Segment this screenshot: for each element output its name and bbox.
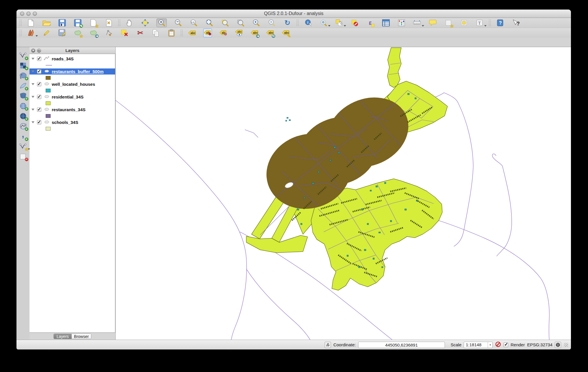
toolbar-grip[interactable] — [489, 19, 491, 26]
expand-triangle-icon[interactable] — [32, 58, 34, 60]
add-feature-button[interactable]: ★ — [73, 29, 82, 37]
add-spatialite-layer-button[interactable]: + — [19, 81, 27, 90]
scale-combo[interactable]: 1:18148 ▾ — [464, 342, 493, 348]
measure-button[interactable] — [413, 18, 421, 27]
new-composer-button[interactable]: ★ — [89, 18, 98, 27]
add-postgis-layer-button[interactable]: + — [19, 71, 27, 80]
paste-features-button[interactable] — [167, 29, 176, 37]
field-calculator-button[interactable] — [397, 18, 406, 27]
toolbar-grip[interactable] — [118, 19, 121, 26]
expand-triangle-icon[interactable] — [32, 70, 34, 72]
label-properties-button[interactable]: abc✎ — [281, 29, 290, 37]
toolbar-grip[interactable] — [19, 19, 22, 26]
zoom-actual-button[interactable]: 1:1 — [189, 18, 198, 27]
layer-label[interactable]: roads_34S — [52, 56, 74, 61]
pan-map-button[interactable] — [125, 18, 134, 27]
zoom-full-button[interactable] — [205, 18, 214, 27]
tab-browser[interactable]: Browser — [72, 334, 91, 339]
stop-render-icon[interactable] — [495, 341, 501, 348]
zoom-in-button[interactable]: + — [156, 18, 167, 27]
layer-checkbox[interactable] — [37, 95, 41, 99]
select-by-radius-button[interactable] — [319, 18, 328, 27]
layer-checkbox[interactable] — [37, 107, 41, 112]
layer-label[interactable]: restaurants_buffer_500m — [52, 69, 103, 74]
tab-layers[interactable]: Layers — [54, 334, 72, 339]
label-visibility-button[interactable]: abc — [234, 29, 243, 37]
layer-checkbox[interactable] — [37, 57, 41, 61]
composer-manager-button[interactable] — [105, 18, 113, 27]
cut-features-button[interactable]: ✂ — [136, 29, 145, 37]
whats-this-button[interactable]: ? — [511, 18, 520, 27]
add-wcs-layer-button[interactable]: + — [19, 112, 27, 120]
panel-float-button[interactable]: ❐ — [37, 49, 41, 53]
zoom-to-layer-button[interactable] — [236, 18, 245, 27]
expand-triangle-icon[interactable] — [32, 121, 34, 123]
layer-label[interactable]: schools_34S — [52, 120, 78, 125]
pan-to-selection-button[interactable] — [141, 18, 149, 27]
text-annotation-button[interactable]: T — [475, 18, 484, 27]
identify-button[interactable]: i — [304, 18, 312, 27]
layers-panel-header[interactable]: ✕ ❐ Layers — [29, 47, 115, 54]
layer-row-roads[interactable]: roads_34S — [29, 56, 115, 62]
node-tool-button[interactable] — [105, 29, 113, 37]
zoom-out-button[interactable]: − — [174, 18, 182, 27]
map-tips-button[interactable] — [428, 18, 437, 27]
open-project-button[interactable] — [42, 18, 51, 27]
move-feature-button[interactable]: ➜ — [89, 29, 98, 37]
zoom-next-button[interactable] — [267, 18, 276, 27]
coordinate-capture-icon[interactable] — [325, 342, 331, 348]
expand-triangle-icon[interactable] — [32, 83, 34, 85]
label-pin-button[interactable]: ab — [203, 29, 212, 37]
layer-label[interactable]: residential_34S — [52, 94, 84, 99]
add-mssql-layer-button[interactable]: + — [19, 92, 27, 100]
layer-row-restaurants[interactable]: restaurants_34S — [29, 107, 115, 113]
select-features-button[interactable] — [335, 18, 343, 27]
zoom-to-selection-button[interactable] — [221, 18, 229, 27]
layer-checkbox[interactable] — [37, 82, 41, 86]
select-by-expression-button[interactable]: ε — [366, 18, 375, 27]
save-project-button[interactable] — [58, 18, 66, 27]
current-edits-button[interactable] — [27, 29, 35, 37]
save-edits-button[interactable] — [58, 29, 66, 37]
new-vector-layer-button[interactable]: + — [19, 51, 27, 59]
scale-dropdown-button[interactable]: ▾ — [488, 342, 492, 348]
remove-layer-button[interactable]: − — [19, 152, 27, 161]
minimize-window-button[interactable] — [26, 12, 31, 16]
toggle-editing-button[interactable] — [42, 29, 51, 37]
add-delimited-text-layer-button[interactable]: ,+ — [19, 132, 27, 140]
add-raster-layer-button[interactable]: + — [19, 61, 27, 70]
new-shapefile-layer-button[interactable]: ★ — [19, 142, 27, 150]
crs-status-button[interactable] — [555, 342, 561, 348]
close-window-button[interactable] — [20, 12, 24, 16]
label-pin-2-button[interactable]: ab — [219, 29, 228, 37]
toolbar-grip[interactable] — [180, 29, 183, 36]
zoom-last-button[interactable] — [252, 18, 260, 27]
map-canvas[interactable] — [115, 47, 571, 340]
layer-checkbox[interactable] — [37, 69, 41, 74]
layer-label[interactable]: well_located_houses — [52, 82, 95, 87]
layer-row-schools[interactable]: schools_34S — [29, 119, 115, 125]
copy-features-button[interactable] — [151, 29, 160, 37]
help-button[interactable]: ? — [496, 18, 504, 27]
render-checkbox[interactable] — [504, 343, 508, 347]
new-bookmark-button[interactable]: ★ — [444, 18, 453, 27]
attribute-table-button[interactable] — [382, 18, 390, 27]
panel-close-button[interactable]: ✕ — [31, 49, 35, 53]
zoom-window-button[interactable] — [33, 12, 37, 16]
label-move-button[interactable]: abc➜ — [250, 29, 259, 37]
expand-triangle-icon[interactable] — [32, 96, 34, 98]
add-wms-layer-button[interactable]: + — [19, 102, 27, 110]
label-rotate-button[interactable]: abc↻ — [266, 29, 274, 37]
traffic-lights[interactable] — [20, 12, 37, 16]
title-bar[interactable]: QGIS 2.0.1-Dufour - analysis — [16, 10, 571, 18]
coordinate-input[interactable]: 445050,6236891 — [358, 342, 445, 348]
toolbar-grip[interactable] — [296, 19, 299, 26]
toolbar-grip[interactable] — [19, 29, 22, 36]
layer-label[interactable]: restaurants_34S — [52, 107, 86, 112]
layer-row-residential[interactable]: residential_34S — [29, 94, 115, 100]
labeling-button[interactable]: abc — [188, 29, 196, 37]
layer-row-restaurants-buffer[interactable]: restaurants_buffer_500m — [29, 68, 115, 75]
deselect-all-button[interactable] — [350, 18, 359, 27]
new-project-button[interactable] — [27, 18, 35, 27]
show-bookmarks-button[interactable] — [460, 18, 468, 27]
